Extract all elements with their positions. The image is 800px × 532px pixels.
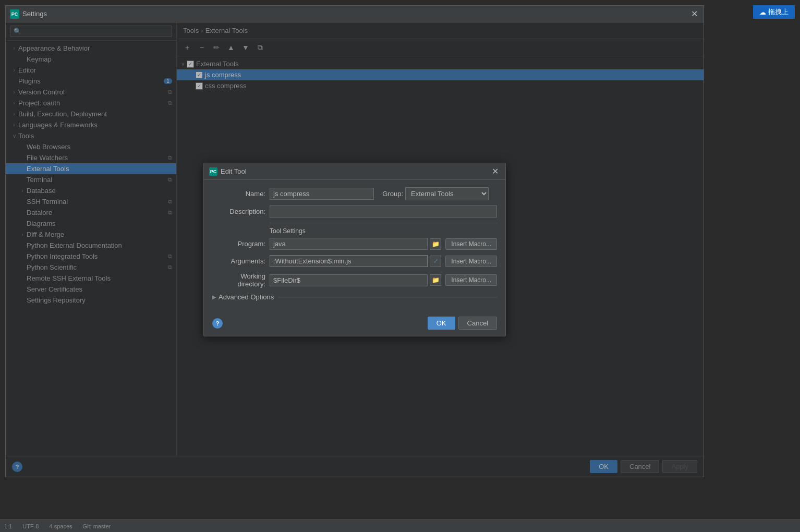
group-label: Group: <box>374 190 405 198</box>
dialog-footer: ? OK Cancel <box>204 312 505 336</box>
cloud-upload-button[interactable]: ☁ 拖拽上 <box>753 5 795 19</box>
working-dir-row: Working directory: 📁 Insert Macro... <box>212 272 497 288</box>
arguments-row: Arguments: ⤢ Insert Macro... <box>212 255 497 267</box>
name-row: Name: Group: External Tools <box>212 187 497 200</box>
working-dir-input-group: 📁 <box>270 274 441 286</box>
status-encoding: UTF-8 <box>22 523 39 529</box>
arguments-input[interactable] <box>270 255 428 267</box>
dialog-cancel-button[interactable]: Cancel <box>458 317 497 330</box>
status-branch: Git: master <box>83 523 111 529</box>
program-input[interactable] <box>270 238 428 250</box>
advanced-options-label[interactable]: Advanced Options <box>219 293 274 301</box>
arguments-expand-button[interactable]: ⤢ <box>430 256 441 267</box>
program-folder-button[interactable]: 📁 <box>430 238 441 250</box>
status-indent: 4 spaces <box>49 523 72 529</box>
description-row: Description: <box>212 205 497 217</box>
status-line: 1:1 <box>4 523 12 529</box>
description-input[interactable] <box>270 205 497 217</box>
advanced-options-row: ▶ Advanced Options <box>212 293 497 301</box>
program-label: Program: <box>212 240 270 248</box>
edit-tool-dialog: PC Edit Tool ✕ Name: Group: External Too… <box>203 163 506 336</box>
description-label: Description: <box>212 208 270 215</box>
window-title: Settings <box>22 10 689 18</box>
tool-settings-label: Tool Settings <box>270 223 497 235</box>
cloud-label: 拖拽上 <box>768 7 789 17</box>
working-dir-input[interactable] <box>270 274 428 286</box>
program-row: Program: 📁 Insert Macro... <box>212 238 497 250</box>
dialog-buttons: OK Cancel <box>428 317 497 330</box>
working-dir-insert-macro-button[interactable]: Insert Macro... <box>445 274 497 286</box>
program-insert-macro-button[interactable]: Insert Macro... <box>445 238 497 250</box>
program-input-group: 📁 <box>270 238 441 250</box>
group-select[interactable]: External Tools <box>405 187 489 200</box>
advanced-arrow-icon: ▶ <box>212 294 216 300</box>
name-label: Name: <box>212 190 270 198</box>
cloud-icon: ☁ <box>759 8 766 16</box>
app-icon: PC <box>10 9 19 19</box>
dialog-body: Name: Group: External Tools Description:… <box>204 180 505 312</box>
dialog-icon: PC <box>209 167 217 176</box>
arguments-insert-macro-button[interactable]: Insert Macro... <box>445 256 497 267</box>
dialog-overlay: PC Edit Tool ✕ Name: Group: External Too… <box>6 22 704 477</box>
working-dir-label: Working directory: <box>212 272 270 288</box>
dialog-ok-button[interactable]: OK <box>428 317 455 330</box>
name-input[interactable] <box>270 188 374 200</box>
close-button[interactable]: ✕ <box>689 9 699 19</box>
arguments-label: Arguments: <box>212 257 270 265</box>
dialog-help-button[interactable]: ? <box>212 318 223 329</box>
top-right-area: ☁ 拖拽上 <box>753 5 795 19</box>
status-bar: 1:1 UTF-8 4 spaces Git: master <box>0 519 800 532</box>
dialog-close-button[interactable]: ✕ <box>490 166 500 177</box>
titlebar: PC Settings ✕ <box>6 6 704 22</box>
arguments-input-group: ⤢ <box>270 255 441 267</box>
advanced-divider <box>278 297 497 297</box>
dialog-title-text: Edit Tool <box>221 167 490 175</box>
dialog-titlebar: PC Edit Tool ✕ <box>204 163 505 180</box>
working-dir-folder-button[interactable]: 📁 <box>430 274 441 286</box>
